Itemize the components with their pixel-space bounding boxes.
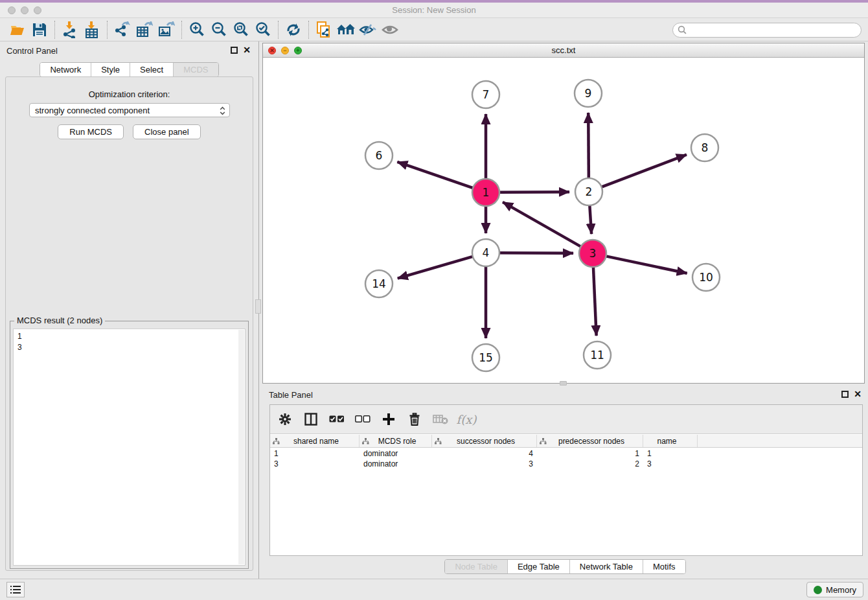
node-14[interactable]: 14	[365, 270, 393, 297]
network-canvas[interactable]: 7968124314101511	[263, 58, 864, 383]
edge-2-8[interactable]	[602, 155, 687, 187]
table-tab-edge-table[interactable]: Edge Table	[508, 560, 570, 573]
criterion-select[interactable]: strongly connected component	[29, 103, 230, 117]
column-header-name[interactable]: name	[643, 435, 698, 447]
table-cell[interactable]: 2	[537, 459, 643, 468]
float-table-panel-icon[interactable]	[841, 391, 849, 398]
column-header-shared-name[interactable]: shared name	[270, 435, 360, 447]
zoom-selected-icon[interactable]	[252, 20, 274, 40]
column-header-predecessor-nodes[interactable]: predecessor nodes	[537, 435, 643, 447]
select-all-icon[interactable]	[328, 411, 345, 428]
delete-table-icon[interactable]	[432, 411, 449, 428]
clone-network-icon[interactable]	[313, 20, 335, 40]
criterion-value: strongly connected component	[35, 106, 150, 115]
node-2[interactable]: 2	[575, 178, 602, 205]
edge-3-11[interactable]	[593, 267, 597, 336]
table-cell[interactable]: 1	[643, 449, 698, 458]
table-cell[interactable]: 1	[270, 449, 360, 458]
table-cell[interactable]: dominator	[360, 459, 432, 468]
table-cell[interactable]: 3	[643, 459, 698, 468]
task-history-button[interactable]	[6, 582, 25, 597]
node-3[interactable]: 3	[579, 240, 606, 267]
search-input[interactable]	[672, 23, 862, 38]
show-columns-icon[interactable]	[303, 411, 319, 428]
panel-splitter-grip[interactable]	[255, 299, 261, 314]
function-builder-icon[interactable]: f(x)	[458, 411, 475, 428]
table-row[interactable]: 1dominator411	[270, 448, 862, 459]
deselect-all-icon[interactable]	[354, 411, 371, 428]
show-view-icon[interactable]	[379, 20, 401, 40]
save-session-icon[interactable]	[29, 20, 51, 40]
node-4[interactable]: 4	[472, 239, 499, 266]
column-header-successor-nodes[interactable]: successor nodes	[432, 435, 537, 447]
node-15[interactable]: 15	[472, 344, 499, 371]
edge-1-6[interactable]	[397, 162, 473, 188]
table-cell[interactable]: dominator	[360, 449, 432, 458]
node-7[interactable]: 7	[472, 81, 499, 108]
column-type-icon	[362, 438, 369, 444]
close-panel-button[interactable]: Close panel	[133, 124, 201, 139]
close-panel-icon[interactable]: ✕	[243, 45, 251, 55]
edge-2-3[interactable]	[589, 205, 591, 234]
network-graph[interactable]: 7968124314101511	[263, 58, 864, 383]
table-tab-network-table[interactable]: Network Table	[570, 560, 643, 573]
edge-1-2[interactable]	[499, 192, 569, 192]
node-label: 7	[483, 88, 490, 101]
horizontal-splitter-grip[interactable]	[560, 381, 567, 386]
mcds-result-textarea[interactable]: 13	[13, 329, 246, 566]
column-header-MCDS-role[interactable]: MCDS role	[360, 435, 432, 447]
tab-network[interactable]: Network	[40, 63, 91, 76]
table-panel: Table Panel ✕	[262, 386, 868, 579]
table-cell[interactable]: 3	[270, 459, 360, 468]
mcds-scrollbar[interactable]	[238, 330, 244, 564]
open-session-icon[interactable]	[6, 20, 29, 40]
edge-4-3[interactable]	[499, 253, 573, 253]
node-8[interactable]: 8	[691, 134, 718, 161]
import-table-icon[interactable]	[81, 20, 103, 40]
zoom-in-icon[interactable]	[186, 20, 208, 40]
float-panel-icon[interactable]	[231, 47, 238, 54]
zoom-out-icon[interactable]	[208, 20, 230, 40]
node-9[interactable]: 9	[575, 80, 602, 107]
tab-style[interactable]: Style	[91, 63, 130, 76]
delete-column-trash-icon[interactable]	[406, 411, 423, 428]
edge-3-10[interactable]	[606, 256, 687, 273]
refresh-layout-icon[interactable]	[282, 20, 304, 40]
edge-2-9[interactable]	[588, 113, 589, 178]
toolbar-separator	[278, 21, 279, 39]
table-settings-gear-icon[interactable]	[277, 411, 293, 428]
table-tab-motifs[interactable]: Motifs	[643, 560, 685, 573]
control-panel: Control Panel ✕ NetworkStyleSelectMCDS O…	[0, 41, 259, 579]
export-network-icon[interactable]	[111, 20, 133, 40]
export-table-icon[interactable]	[133, 20, 155, 40]
memory-button[interactable]: Memory	[806, 582, 863, 597]
table-cell[interactable]: 4	[432, 449, 537, 458]
export-image-icon[interactable]	[155, 20, 177, 40]
network-window-title: scc.txt	[263, 45, 864, 55]
tab-select[interactable]: Select	[130, 63, 174, 76]
table-row[interactable]: 3dominator323	[270, 459, 862, 469]
toolbar-separator	[54, 21, 55, 39]
table-cell[interactable]: 1	[537, 449, 643, 458]
import-network-icon[interactable]	[59, 20, 81, 40]
add-column-plus-icon[interactable]	[380, 411, 397, 428]
table-tab-node-table[interactable]: Node Table	[445, 560, 508, 573]
tab-mcds[interactable]: MCDS	[174, 63, 218, 76]
run-mcds-button[interactable]: Run MCDS	[58, 124, 124, 139]
two-houses-icon[interactable]	[335, 20, 357, 40]
node-11[interactable]: 11	[584, 341, 611, 369]
node-6[interactable]: 6	[365, 142, 393, 169]
network-window-titlebar[interactable]: ✕ − + scc.txt	[263, 43, 864, 58]
optimization-criterion-label: Optimization criterion:	[6, 89, 253, 99]
edge-4-14[interactable]	[398, 257, 473, 279]
node-10[interactable]: 10	[692, 264, 720, 291]
node-label: 14	[372, 277, 386, 290]
zoom-fit-icon[interactable]	[230, 20, 252, 40]
control-panel-tabs: NetworkStyleSelectMCDS	[40, 62, 218, 77]
table-cell[interactable]: 3	[432, 459, 537, 468]
node-1[interactable]: 1	[472, 179, 499, 206]
hide-view-icon[interactable]	[357, 20, 379, 40]
edge-3-1[interactable]	[503, 202, 581, 247]
close-table-panel-icon[interactable]: ✕	[854, 389, 862, 399]
column-type-icon	[435, 438, 442, 444]
